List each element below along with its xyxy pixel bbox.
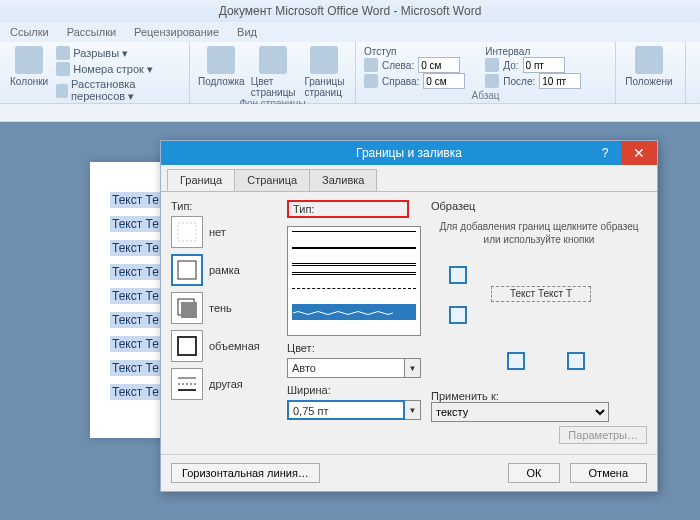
tab-review[interactable]: Рецензирование bbox=[134, 26, 219, 38]
indent-title: Отступ bbox=[364, 46, 465, 57]
edge-top-button[interactable] bbox=[449, 266, 467, 284]
apply-to-select[interactable]: тексту bbox=[431, 402, 609, 422]
dialog-help-button[interactable]: ? bbox=[593, 141, 617, 165]
position-button[interactable]: Положени bbox=[624, 46, 674, 87]
horizontal-ruler bbox=[0, 104, 700, 122]
parameters-button: Параметры… bbox=[559, 426, 647, 444]
space-after-icon bbox=[485, 74, 499, 88]
horizontal-line-button[interactable]: Горизонтальная линия… bbox=[171, 463, 320, 483]
tab-border[interactable]: Граница bbox=[167, 169, 235, 191]
line-numbers-button[interactable]: Номера строк ▾ bbox=[56, 62, 181, 76]
edge-left-button[interactable] bbox=[507, 352, 525, 370]
style-listbox[interactable] bbox=[287, 226, 421, 336]
breaks-icon bbox=[56, 46, 70, 60]
watermark-button[interactable]: Подложка bbox=[198, 46, 245, 87]
tab-links[interactable]: Ссылки bbox=[10, 26, 49, 38]
color-label: Цвет: bbox=[287, 342, 421, 354]
page-color-button[interactable]: Цвет страницы bbox=[251, 46, 296, 98]
svg-rect-4 bbox=[178, 337, 196, 355]
indent-right-icon bbox=[364, 74, 378, 88]
spacing-title: Интервал bbox=[485, 46, 581, 57]
columns-button[interactable]: Колонки bbox=[8, 46, 50, 87]
hyphen-icon bbox=[56, 84, 68, 98]
window-title: Документ Microsoft Office Word - Microso… bbox=[0, 0, 700, 22]
preview-hint: Для добавления границ щелкните образец и… bbox=[435, 220, 643, 246]
ribbon: Колонки Разрывы ▾ Номера строк ▾ Расстан… bbox=[0, 42, 700, 104]
chevron-down-icon: ▼ bbox=[405, 400, 421, 420]
space-after-input[interactable] bbox=[539, 73, 581, 89]
dialog-titlebar: Границы и заливка ? ✕ bbox=[161, 141, 657, 165]
tab-page[interactable]: Страница bbox=[234, 169, 310, 191]
color-combobox[interactable]: Авто▼ bbox=[287, 358, 421, 378]
type-custom[interactable]: другая bbox=[171, 368, 277, 400]
svg-rect-1 bbox=[178, 261, 196, 279]
indent-left-input[interactable] bbox=[418, 57, 460, 73]
apply-label: Применить к: bbox=[431, 390, 647, 402]
edge-bottom-button[interactable] bbox=[449, 306, 467, 324]
hyphenation-button[interactable]: Расстановка переносов ▾ bbox=[56, 78, 181, 103]
svg-rect-0 bbox=[178, 223, 196, 241]
indent-left-icon bbox=[364, 58, 378, 72]
borders-dialog: Границы и заливка ? ✕ Граница Страница З… bbox=[160, 140, 658, 492]
dialog-close-button[interactable]: ✕ bbox=[621, 141, 657, 165]
columns-label: Колонки bbox=[10, 76, 48, 87]
linenumbers-icon bbox=[56, 62, 70, 76]
chevron-down-icon: ▼ bbox=[405, 358, 421, 378]
tab-shading[interactable]: Заливка bbox=[309, 169, 377, 191]
type-3d[interactable]: объемная bbox=[171, 330, 277, 362]
group-paragraph-label: Абзац bbox=[364, 90, 607, 101]
tab-view[interactable]: Вид bbox=[237, 26, 257, 38]
breaks-button[interactable]: Разрывы ▾ bbox=[56, 46, 181, 60]
type-none[interactable]: нет bbox=[171, 216, 277, 248]
preview-area[interactable]: Текст Текст Т bbox=[431, 256, 647, 386]
type-box[interactable]: рамка bbox=[171, 254, 277, 286]
preview-sample: Текст Текст Т bbox=[491, 286, 591, 302]
space-before-input[interactable] bbox=[523, 57, 565, 73]
type-shadow[interactable]: тень bbox=[171, 292, 277, 324]
tab-mailings[interactable]: Рассылки bbox=[67, 26, 116, 38]
preview-label: Образец bbox=[431, 200, 647, 212]
type-section-label: Тип: bbox=[171, 200, 277, 212]
indent-right-input[interactable] bbox=[423, 73, 465, 89]
style-section-label: Тип: bbox=[287, 200, 409, 218]
edge-right-button[interactable] bbox=[567, 352, 585, 370]
width-combobox[interactable]: 0,75 пт▼ bbox=[287, 400, 421, 420]
space-before-icon bbox=[485, 58, 499, 72]
dialog-tabs: Граница Страница Заливка bbox=[161, 165, 657, 192]
ribbon-tabs: Ссылки Рассылки Рецензирование Вид bbox=[0, 22, 700, 42]
width-label: Ширина: bbox=[287, 384, 421, 396]
selected-text-line: Текст Те bbox=[110, 192, 161, 208]
cancel-button[interactable]: Отмена bbox=[570, 463, 647, 483]
ok-button[interactable]: ОК bbox=[508, 463, 561, 483]
page-borders-button[interactable]: Границы страниц bbox=[302, 46, 347, 98]
svg-rect-3 bbox=[181, 302, 197, 318]
